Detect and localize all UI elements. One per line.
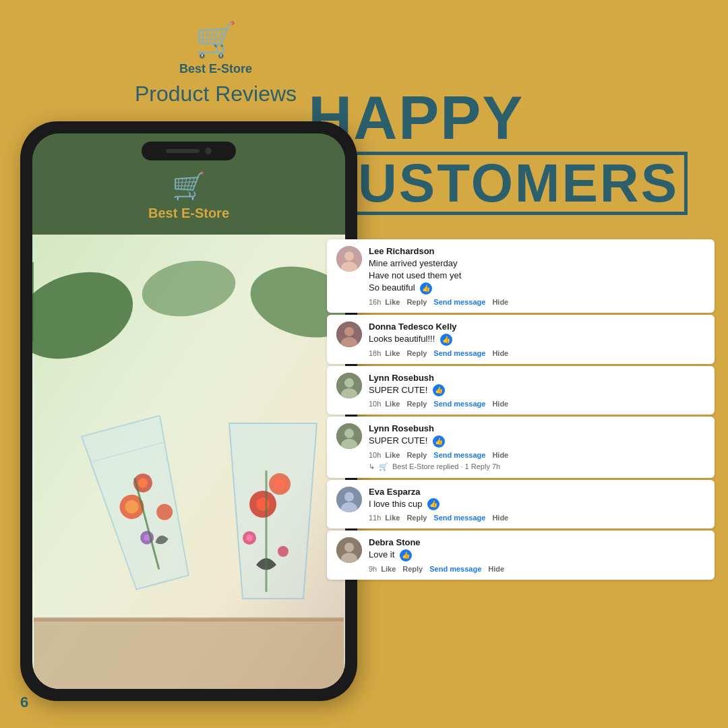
comment-actions-donna: 18h Like Reply Send message Hide	[369, 349, 705, 357]
avatar-eva	[336, 487, 362, 512]
like-icon-lynn1: 👍	[433, 384, 445, 396]
comment-card-donna: Donna Tedesco Kelly Looks beautiful!!! 👍…	[327, 315, 715, 364]
app-brand-name: Best E-Store	[148, 206, 229, 221]
svg-rect-23	[34, 619, 344, 689]
action-time-debra: 9h	[369, 565, 377, 573]
comment-card-eva: Eva Esparza I love this cup 👍 11h Like R…	[327, 480, 715, 529]
page-number: 6	[20, 694, 28, 711]
hide-btn-debra[interactable]: Hide	[488, 565, 504, 573]
like-btn-donna[interactable]: Like	[385, 349, 400, 357]
like-icon-eva: 👍	[427, 498, 439, 510]
send-message-btn-debra[interactable]: Send message	[429, 565, 481, 573]
comment-actions-eva: 11h Like Reply Send message Hide	[369, 514, 705, 522]
notch-camera	[205, 148, 212, 154]
reply-btn-lynn2[interactable]: Reply	[406, 451, 427, 459]
comment-actions-debra: 9h Like Reply Send message Hide	[369, 565, 705, 573]
commenter-name-lynn2: Lynn Rosebush	[369, 423, 705, 433]
reply-btn-donna[interactable]: Reply	[406, 349, 427, 357]
commenter-name-debra: Debra Stone	[369, 537, 705, 547]
top-brand-name: Best E-Store	[179, 62, 252, 76]
hide-btn-lee[interactable]: Hide	[492, 298, 508, 306]
reply-btn-lee[interactable]: Reply	[406, 298, 427, 306]
reply-arrow-icon: ↳	[369, 462, 375, 471]
customers-text: CUSTOMERS	[308, 152, 688, 215]
comment-card-debra: Debra Stone Love it 👍 9h Like Reply Send…	[327, 530, 715, 580]
phone-screen: 🛒 Best E-Store	[32, 133, 345, 689]
happy-customers-headline: HAPPY CUSTOMERS	[308, 88, 688, 215]
send-message-btn-lynn2[interactable]: Send message	[433, 451, 485, 459]
notch-speaker	[166, 149, 200, 153]
like-icon-lynn2: 👍	[433, 435, 445, 448]
like-btn-lynn1[interactable]: Like	[385, 400, 400, 408]
svg-point-16	[256, 497, 270, 511]
hide-btn-lynn2[interactable]: Hide	[492, 451, 508, 459]
action-time-eva: 11h	[369, 514, 381, 522]
svg-point-41	[344, 543, 354, 552]
like-btn-eva[interactable]: Like	[385, 514, 400, 522]
svg-point-21	[278, 546, 289, 557]
comment-text-eva: I love this cup 👍	[369, 498, 705, 511]
action-time-lynn2: 10h	[369, 451, 381, 459]
commenter-name-donna: Donna Tedesco Kelly	[369, 322, 705, 332]
avatar-lynn2	[336, 423, 362, 449]
svg-point-18	[274, 479, 285, 489]
comment-text-donna: Looks beautiful!!! 👍	[369, 333, 705, 346]
phone-mockup: 🛒 Best E-Store	[20, 121, 357, 701]
phone-notch	[142, 142, 236, 160]
reply-store-icon: 🛒	[379, 462, 388, 471]
svg-rect-24	[34, 617, 344, 621]
send-message-btn-lynn1[interactable]: Send message	[433, 400, 485, 408]
commenter-name-lee: Lee Richardson	[369, 246, 705, 256]
avatar-lee	[336, 246, 362, 272]
svg-point-20	[246, 535, 253, 541]
send-message-btn-eva[interactable]: Send message	[433, 514, 485, 522]
comment-text-lynn1: SUPER CUTE! 👍	[369, 384, 705, 397]
avatar-lynn1	[336, 373, 362, 398]
top-branding: 🛒 Best E-Store Product Reviews	[135, 20, 297, 107]
hide-btn-lynn1[interactable]: Hide	[492, 400, 508, 408]
comments-panel: Lee Richardson Mine arrived yesterdayHav…	[327, 239, 715, 580]
svg-point-38	[344, 492, 354, 502]
reply-btn-debra[interactable]: Reply	[402, 565, 423, 573]
product-illustration	[32, 235, 345, 689]
like-icon-donna: 👍	[440, 334, 452, 346]
commenter-name-eva: Eva Esparza	[369, 487, 705, 497]
commenter-name-lynn1: Lynn Rosebush	[369, 373, 705, 383]
avatar-donna	[336, 322, 362, 347]
send-message-btn-donna[interactable]: Send message	[433, 349, 485, 357]
reply-indicator-lynn2[interactable]: ↳ 🛒 Best E-Store replied · 1 Reply 7h	[369, 462, 705, 471]
avatar-debra	[336, 537, 362, 563]
comment-text-lee: Mine arrived yesterdayHave not used them…	[369, 257, 705, 295]
comment-actions-lee: 16h Like Reply Send message Hide	[369, 298, 705, 306]
product-reviews-title: Product Reviews	[135, 82, 297, 107]
hide-btn-donna[interactable]: Hide	[492, 349, 508, 357]
top-cart-icon: 🛒	[195, 20, 237, 59]
svg-point-26	[344, 251, 354, 261]
action-time-donna: 18h	[369, 349, 381, 357]
action-time-lynn1: 10h	[369, 400, 381, 408]
comment-card-lynn1: Lynn Rosebush SUPER CUTE! 👍 10h Like Rep…	[327, 366, 715, 415]
reply-btn-eva[interactable]: Reply	[406, 514, 427, 522]
action-time-lee: 16h	[369, 298, 381, 306]
app-cart-icon: 🛒	[172, 171, 206, 202]
reply-btn-lynn1[interactable]: Reply	[406, 400, 427, 408]
comment-card-lynn2: Lynn Rosebush SUPER CUTE! 👍 10h Like Rep…	[327, 417, 715, 478]
comment-text-debra: Love it 👍	[369, 549, 705, 562]
svg-point-32	[344, 378, 354, 388]
comment-text-lynn2: SUPER CUTE! 👍	[369, 435, 705, 448]
hide-btn-eva[interactable]: Hide	[492, 514, 508, 522]
send-message-btn-lee[interactable]: Send message	[433, 298, 485, 306]
like-btn-lee[interactable]: Like	[385, 298, 400, 306]
reply-text-lynn2: Best E-Store replied · 1 Reply 7h	[392, 462, 500, 471]
happy-text: HAPPY	[308, 88, 688, 148]
comment-card-lee: Lee Richardson Mine arrived yesterdayHav…	[327, 239, 715, 313]
svg-point-35	[344, 429, 354, 438]
like-btn-lynn2[interactable]: Like	[385, 451, 400, 459]
comment-actions-lynn1: 10h Like Reply Send message Hide	[369, 400, 705, 408]
like-icon-lee: 👍	[420, 282, 432, 295]
page-container: 🛒 Best E-Store Product Reviews HAPPY CUS…	[0, 0, 728, 728]
product-image-area	[32, 235, 345, 689]
like-icon-debra: 👍	[400, 549, 412, 562]
like-btn-debra[interactable]: Like	[381, 565, 396, 573]
comment-actions-lynn2: 10h Like Reply Send message Hide	[369, 451, 705, 459]
